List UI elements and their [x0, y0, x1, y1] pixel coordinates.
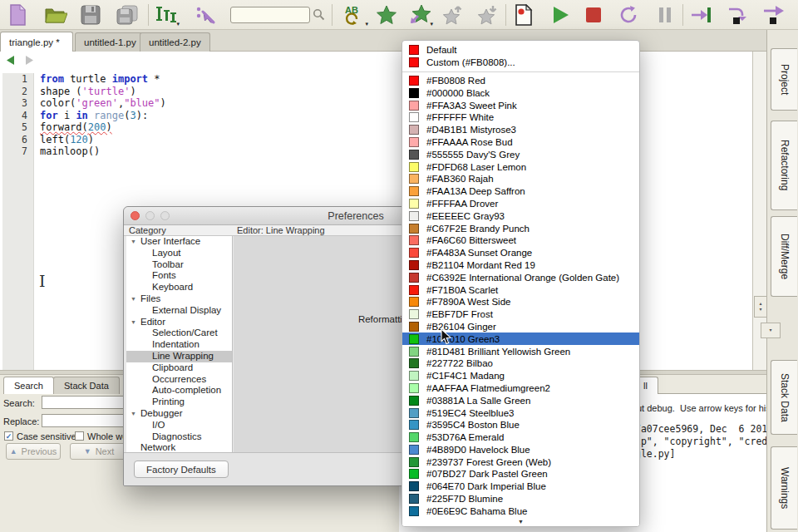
add-bookmark-button[interactable] [374, 2, 399, 27]
tree-item-external-display[interactable]: External Display [126, 305, 232, 317]
color-menu-item[interactable]: #FB0808 Red [402, 75, 639, 87]
preferences-category-tree[interactable]: ▼User InterfaceLayoutToolbarFontsKeyboar… [126, 236, 233, 454]
document-tab[interactable]: untitled-2.py [140, 32, 210, 52]
pause-button[interactable] [653, 2, 677, 27]
tree-item-clipboard[interactable]: Clipboard [126, 362, 232, 374]
document-tab[interactable]: triangle.py * [0, 32, 73, 52]
tree-item-fonts[interactable]: Fonts [126, 270, 232, 282]
color-menu-item[interactable]: Custom (#FB0808)... [402, 57, 639, 69]
disclosure-triangle-icon[interactable]: ▼ [131, 236, 136, 248]
color-menu-item[interactable]: #FFA3A3 Sweet Pink [402, 99, 639, 111]
side-tab-diff-merge[interactable]: Diff/Merge [771, 216, 797, 297]
color-menu-item[interactable]: #239737 Forest Green (Web) [402, 456, 639, 468]
color-menu-item[interactable]: #555555 Davy'S Grey [402, 148, 639, 160]
step-into-button[interactable] [688, 2, 713, 27]
color-menu-item[interactable]: #C6392E International Orange (Golden Gat… [402, 271, 639, 283]
tree-item-line-wrapping[interactable]: Line Wrapping [126, 351, 232, 362]
side-tab-stack-data[interactable]: Stack Data [771, 360, 797, 435]
stop-button[interactable] [581, 2, 606, 27]
new-file-button[interactable] [5, 2, 30, 27]
nav-forward-icon[interactable] [24, 55, 35, 66]
color-menu-item[interactable]: Default [402, 44, 639, 57]
restart-button[interactable] [616, 2, 641, 27]
tree-item-occurrences[interactable]: Occurrences [126, 374, 232, 386]
tree-item-toolbar[interactable]: Toolbar [126, 259, 232, 271]
color-menu-item[interactable]: #FFFFFF White [402, 111, 639, 124]
color-menu-item[interactable]: #4B89D0 Havelock Blue [402, 444, 639, 456]
document-tab[interactable]: untitled-1.py [75, 32, 145, 52]
color-menu-item[interactable]: #0E6E9C Bahama Blue [402, 505, 639, 517]
color-menu-item[interactable]: #53D76A Emerald [402, 431, 639, 444]
case-sensitive-checkbox[interactable]: ✓ [4, 431, 13, 441]
color-menu-item[interactable]: #FAB360 Rajah [402, 173, 639, 185]
color-menu-item[interactable]: #FA6C60 Bittersweet [402, 234, 639, 247]
tree-item-files[interactable]: ▼Files [126, 293, 232, 305]
step-over-button[interactable] [725, 2, 750, 27]
color-menu-item[interactable]: #D4B1B1 Mistyrose3 [402, 124, 639, 136]
color-menu-item[interactable]: #EBF7DF Frost [402, 308, 639, 321]
disclosure-triangle-icon[interactable]: ▼ [131, 317, 136, 328]
color-menu-item[interactable]: #AAFFAA Flatmediumgreen2 [402, 382, 639, 395]
color-menu-item[interactable]: #F7890A West Side [402, 296, 639, 308]
tree-item-selection-caret[interactable]: Selection/Caret [126, 328, 232, 339]
color-menu-item[interactable]: #000000 Black [402, 86, 639, 99]
side-tab-project[interactable]: Project [771, 48, 797, 111]
color-menu-item[interactable]: #225F7D Blumine [402, 493, 639, 505]
whole-words-checkbox[interactable] [75, 431, 84, 441]
color-menu-item[interactable]: #519EC4 Steelblue3 [402, 406, 639, 419]
select-tool-button[interactable] [194, 2, 219, 27]
tree-item-indentation[interactable]: Indentation [126, 339, 232, 351]
tree-item-debugger[interactable]: ▼Debugger [126, 408, 232, 420]
color-menu-item[interactable]: #FA483A Sunset Orange [402, 247, 639, 259]
tree-item-editor[interactable]: ▼Editor [126, 317, 232, 328]
toggle-breakpoint-button[interactable] [511, 2, 536, 27]
color-menu-item[interactable]: #3595C4 Boston Blue [402, 419, 639, 431]
menu-scroll-down-button[interactable]: ▼ [402, 518, 639, 526]
save-as-button[interactable] [115, 2, 140, 27]
next-bookmark-button[interactable] [475, 2, 500, 27]
color-menu-item[interactable]: #03881A La Salle Green [402, 394, 639, 406]
tree-item-user-interface[interactable]: ▼User Interface [126, 236, 232, 248]
tab-overflow-button[interactable]: ▾ [761, 323, 781, 338]
color-menu-item[interactable]: #C1F4C1 Madang [402, 370, 639, 382]
color-menu-item[interactable]: #81D481 Brilliant Yellowish Green [402, 345, 639, 357]
nav-back-icon[interactable] [5, 55, 16, 66]
tree-item-layout[interactable]: Layout [126, 248, 232, 259]
goto-bookmark-button[interactable]: ▾ [407, 2, 432, 27]
open-file-button[interactable] [43, 2, 68, 27]
toolbar-search-go[interactable] [310, 2, 327, 27]
color-menu-item[interactable]: #FDFD68 Laser Lemon [402, 160, 639, 173]
color-menu-item[interactable]: #227722 Bilbao [402, 357, 639, 370]
previous-bookmark-button[interactable] [441, 2, 466, 27]
side-tab-warnings[interactable]: Warnings [771, 446, 797, 530]
color-menu-item[interactable]: #C67F2E Brandy Punch [402, 222, 639, 234]
disclosure-triangle-icon[interactable]: ▼ [131, 408, 136, 420]
tree-item-auto-completion[interactable]: Auto-completion [126, 385, 232, 397]
color-menu-item[interactable]: #07BD27 Dark Pastel Green [402, 468, 639, 480]
tree-item-diagnostics[interactable]: Diagnostics [126, 431, 232, 443]
color-menu-item[interactable]: #B26104 Ginger [402, 321, 639, 333]
color-menu-item[interactable]: #10C010 Green3 [402, 332, 639, 345]
color-menu-item[interactable]: #FFFFAA Drover [402, 198, 639, 210]
color-menu-item[interactable]: #FAA13A Deep Saffron [402, 185, 639, 198]
color-menu-item[interactable]: #B21104 Mordant Red 19 [402, 259, 639, 272]
tab-search[interactable]: Search [3, 377, 54, 394]
toolbar-search-input[interactable] [230, 7, 310, 23]
save-button[interactable] [78, 2, 103, 27]
previous-button[interactable]: ▲ Previous [6, 443, 61, 460]
color-menu-item[interactable]: #FFAAAA Rose Bud [402, 136, 639, 149]
batch-replace-button[interactable]: AB ▾ [337, 2, 367, 27]
disclosure-triangle-icon[interactable]: ▼ [131, 293, 136, 305]
side-tab-refactoring[interactable]: Refactoring [771, 121, 797, 210]
run-button[interactable] [548, 2, 573, 27]
tree-item-printing[interactable]: Printing [126, 397, 232, 408]
color-menu-item[interactable]: #064E70 Dark Imperial Blue [402, 480, 639, 493]
tree-item-i-o[interactable]: I/O [126, 420, 232, 431]
factory-defaults-button[interactable]: Factory Defaults [134, 461, 229, 478]
color-menu-item[interactable]: #F71B0A Scarlet [402, 283, 639, 296]
tab-stack-data[interactable]: Stack Data [53, 377, 120, 394]
code-area[interactable]: from turtle import *shape ('turtle')colo… [40, 73, 752, 158]
color-menu-item[interactable]: #EEEEEC Gray93 [402, 209, 639, 222]
next-button[interactable]: ▼ Next [70, 443, 128, 460]
tree-item-keyboard[interactable]: Keyboard [126, 282, 232, 293]
